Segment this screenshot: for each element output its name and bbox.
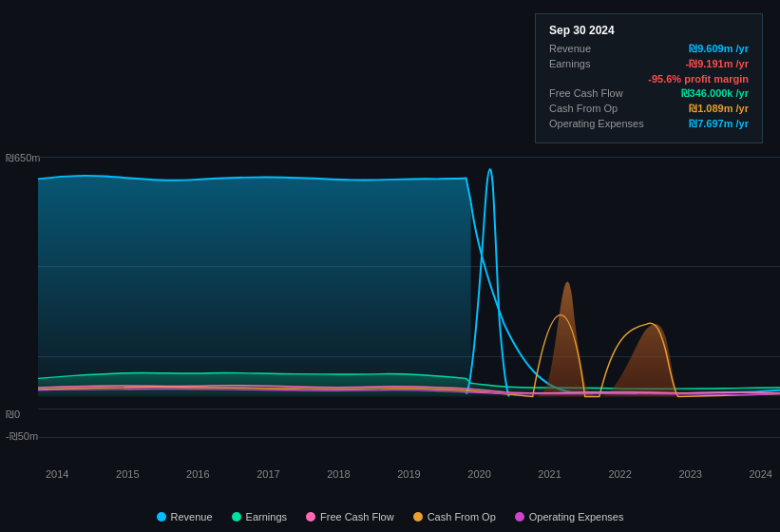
x-label-2016: 2016	[186, 468, 209, 480]
tooltip-fcf-label: Free Cash Flow	[549, 87, 623, 100]
tooltip-panel: Sep 30 2024 Revenue ₪9.609m /yr Earnings…	[535, 13, 763, 143]
tooltip-fcf-value: ₪346.000k /yr	[681, 87, 749, 100]
tooltip-margin-value: -95.6% profit margin	[648, 73, 749, 85]
chart-svg	[38, 147, 780, 446]
tooltip-date: Sep 30 2024	[549, 24, 749, 37]
tooltip-opex-row: Operating Expenses ₪7.697m /yr	[549, 118, 749, 130]
legend-fcf-dot	[306, 512, 315, 522]
x-label-2019: 2019	[397, 468, 420, 480]
legend-fcf[interactable]: Free Cash Flow	[306, 511, 394, 522]
legend-earnings-label: Earnings	[246, 511, 287, 522]
cashop-fill	[533, 282, 678, 397]
legend-revenue-label: Revenue	[171, 511, 213, 522]
legend-opex-dot	[515, 512, 524, 522]
tooltip-earnings-label: Earnings	[549, 58, 590, 70]
x-label-2020: 2020	[467, 468, 490, 480]
legend-earnings[interactable]: Earnings	[232, 511, 287, 522]
chart-legend: Revenue Earnings Free Cash Flow Cash Fro…	[0, 511, 780, 522]
x-label-2015: 2015	[116, 468, 139, 480]
legend-earnings-dot	[232, 512, 241, 522]
revenue-line-2	[471, 201, 780, 393]
revenue-fill	[38, 176, 471, 397]
legend-fcf-label: Free Cash Flow	[320, 511, 394, 522]
x-label-2022: 2022	[608, 468, 631, 480]
legend-opex[interactable]: Operating Expenses	[515, 511, 624, 522]
x-label-2021: 2021	[538, 468, 561, 480]
tooltip-margin-row: -95.6% profit margin	[549, 73, 749, 85]
tooltip-fcf-row: Free Cash Flow ₪346.000k /yr	[549, 87, 749, 100]
x-label-2024: 2024	[749, 468, 771, 480]
legend-opex-label: Operating Expenses	[529, 511, 624, 522]
tooltip-revenue-value: ₪9.609m /yr	[689, 43, 749, 55]
tooltip-opex-label: Operating Expenses	[549, 118, 644, 130]
y-label-top: ₪650m	[6, 152, 41, 164]
legend-cashop-label: Cash From Op	[428, 511, 496, 522]
tooltip-revenue-row: Revenue ₪9.609m /yr	[549, 43, 749, 55]
x-axis-labels: 2014 2015 2016 2017 2018 2019 2020 2021 …	[38, 468, 780, 480]
legend-cashop-dot	[413, 512, 423, 522]
legend-revenue[interactable]: Revenue	[157, 511, 213, 522]
y-label-neg: -₪50m	[6, 430, 38, 443]
tooltip-cashop-label: Cash From Op	[549, 103, 618, 115]
x-label-2017: 2017	[257, 468, 279, 480]
y-label-zero: ₪0	[6, 408, 20, 421]
x-label-2023: 2023	[678, 468, 701, 480]
tooltip-cashop-row: Cash From Op ₪1.089m /yr	[549, 103, 749, 115]
x-label-2014: 2014	[46, 468, 68, 480]
revenue-spike-2020	[466, 169, 509, 396]
tooltip-earnings-value: -₪9.191m /yr	[686, 58, 749, 70]
x-label-2018: 2018	[327, 468, 350, 480]
tooltip-opex-value: ₪7.697m /yr	[689, 118, 749, 130]
tooltip-earnings-row: Earnings -₪9.191m /yr	[549, 58, 749, 70]
legend-revenue-dot	[157, 512, 166, 522]
legend-cashop[interactable]: Cash From Op	[413, 511, 496, 522]
tooltip-cashop-value: ₪1.089m /yr	[689, 103, 749, 115]
tooltip-revenue-label: Revenue	[549, 43, 591, 55]
